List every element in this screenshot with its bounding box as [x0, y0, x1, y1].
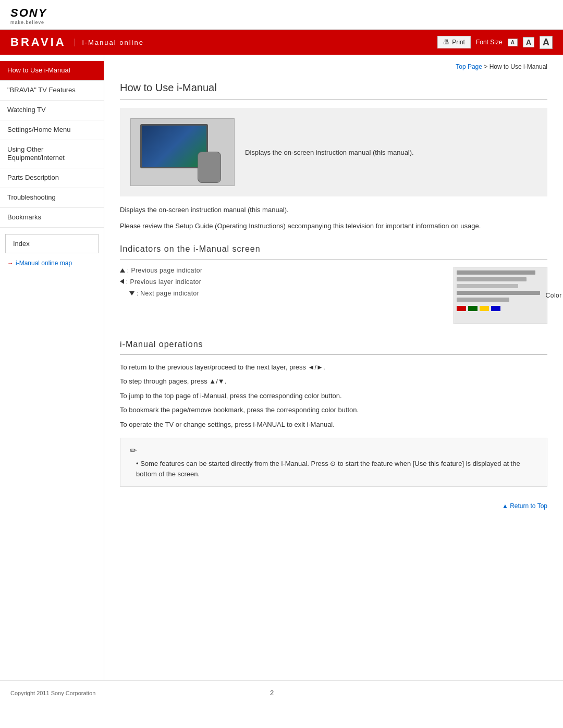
indicator-screen-inner [454, 267, 547, 324]
sidebar-item-troubleshooting[interactable]: Troubleshooting [0, 188, 104, 208]
ind-bar-5 [457, 298, 509, 302]
sidebar-item-using-other[interactable]: Using Other Equipment/Internet [0, 140, 104, 169]
next-page-indicator-text: : Next page indicator [137, 290, 200, 297]
return-to-top-link[interactable]: ▲ Return to Top [502, 502, 547, 510]
breadcrumb: Top Page > How to Use i-Manual [120, 60, 547, 77]
footer: Copyright 2011 Sony Corporation 2 [0, 680, 563, 705]
yellow-btn [480, 306, 489, 311]
note-box: ✏ • Some features can be started directl… [120, 438, 547, 487]
ind-bar-4 [457, 291, 540, 295]
prev-layer-indicator-icon [120, 279, 124, 284]
page-number: 2 [95, 689, 448, 697]
print-label: Print [452, 39, 465, 46]
body-text-1: Displays the on-screen instruction manua… [120, 205, 547, 216]
red-btn [457, 306, 466, 311]
font-large-button[interactable]: A [540, 36, 553, 49]
sidebar-index[interactable]: Index [5, 234, 99, 253]
intro-box: Displays the on-screen instruction manua… [120, 108, 547, 196]
indicator-screen [454, 267, 547, 324]
op-row-1: To return to the previous layer/proceed … [120, 362, 547, 373]
indicators-section-heading: Indicators on the i-Manual screen [120, 237, 547, 260]
content-area: Top Page > How to Use i-Manual How to Us… [104, 55, 563, 680]
tv-screen-inner [142, 126, 206, 167]
header: SONY make.believe [0, 0, 563, 30]
ind-bar-1 [457, 270, 535, 275]
map-link-label: i-Manual online map [16, 260, 72, 267]
prev-layer-indicator-text: : Previous layer indicator [126, 278, 201, 286]
intro-description: Displays the on-screen instruction manua… [245, 149, 414, 156]
map-arrow-icon: → [7, 260, 14, 267]
sidebar-item-bravia-features[interactable]: "BRAVIA" TV Features [0, 81, 104, 101]
font-medium-button[interactable]: A [523, 37, 534, 47]
sidebar-item-parts[interactable]: Parts Description [0, 168, 104, 188]
ind-bar-3 [457, 284, 518, 288]
navbar: BRAVIA i-Manual online 🖶 Print Font Size… [0, 30, 563, 55]
print-icon: 🖶 [443, 39, 449, 46]
main-layout: How to Use i-Manual "BRAVIA" TV Features… [0, 55, 563, 680]
op-row-3: To jump to the top page of i-Manual, pre… [120, 391, 547, 401]
prev-page-indicator-text: : Previous page indicator [127, 267, 203, 274]
sidebar-item-how-to-use[interactable]: How to Use i-Manual [0, 61, 104, 81]
next-page-indicator-icon [129, 291, 134, 295]
color-buttons-row [457, 306, 544, 311]
font-small-button[interactable]: A [508, 39, 518, 46]
sony-logo-text: SONY [10, 6, 47, 20]
op-row-4: To bookmark the page/remove bookmark, pr… [120, 405, 547, 415]
body-text-2: Please review the Setup Guide (Operating… [120, 221, 547, 232]
blue-btn [491, 306, 500, 311]
indicators-layout: : Previous page indicator : Previous lay… [120, 267, 547, 324]
color-button-label: Color button operation indicator [546, 292, 563, 299]
indicator-row-down: : Next page indicator [120, 290, 443, 297]
sidebar-item-watching-tv[interactable]: Watching TV [0, 101, 104, 120]
remote-graphic [198, 152, 221, 183]
green-btn [468, 306, 478, 311]
sony-logo: SONY make.believe [10, 6, 553, 25]
return-top-arrow: ▲ [502, 502, 510, 510]
imanual-subtitle: i-Manual online [75, 39, 144, 46]
breadcrumb-separator: > [484, 63, 489, 70]
indicator-row-left: : Previous layer indicator [120, 278, 443, 286]
sidebar: How to Use i-Manual "BRAVIA" TV Features… [0, 55, 104, 680]
op-row-5: To operate the TV or change settings, pr… [120, 419, 547, 430]
note-text: • Some features can be started directly … [130, 459, 537, 479]
sidebar-item-settings[interactable]: Settings/Home Menu [0, 120, 104, 140]
return-to-top[interactable]: ▲ Return to Top [120, 495, 547, 515]
op-row-2: To step through pages, press ▲/▼. [120, 376, 547, 387]
indicator-screen-container: Color button operation indicator [454, 267, 547, 324]
navbar-right: 🖶 Print Font Size A A A [437, 36, 553, 49]
breadcrumb-top-link[interactable]: Top Page [456, 63, 482, 70]
note-icon: ✏ [130, 446, 537, 455]
return-top-label: Return to Top [510, 502, 547, 510]
indicator-row-up: : Previous page indicator [120, 267, 443, 274]
sony-tagline: make.believe [10, 20, 44, 25]
ind-bar-2 [457, 277, 527, 281]
page-title: How to Use i-Manual [120, 77, 547, 100]
sidebar-item-bookmarks[interactable]: Bookmarks [0, 208, 104, 228]
operations-section-heading: i-Manual operations [120, 332, 547, 355]
intro-image [130, 118, 235, 186]
font-size-label: Font Size [476, 39, 503, 46]
print-button[interactable]: 🖶 Print [437, 36, 471, 48]
copyright: Copyright 2011 Sony Corporation [10, 690, 95, 696]
prev-page-indicator-icon [120, 268, 125, 273]
indicators-list: : Previous page indicator : Previous lay… [120, 267, 443, 324]
bravia-logo-text: BRAVIA [10, 35, 66, 49]
breadcrumb-current: How to Use i-Manual [489, 63, 547, 70]
imanual-map-link[interactable]: → i-Manual online map [0, 253, 104, 273]
operations-list: To return to the previous layer/proceed … [120, 362, 547, 430]
